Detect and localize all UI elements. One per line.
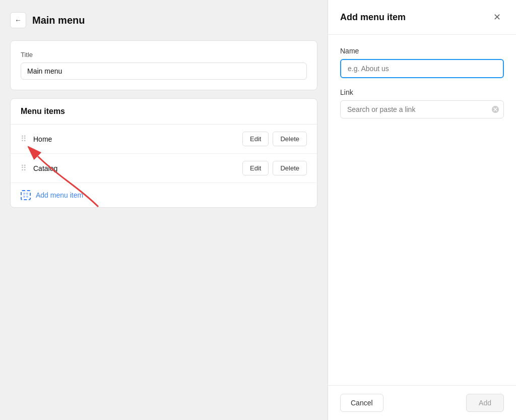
add-menu-item-label: Add menu item xyxy=(36,191,83,199)
name-input[interactable] xyxy=(340,59,504,78)
title-card: Title xyxy=(10,40,317,90)
item-actions: Edit Delete xyxy=(242,161,307,175)
edit-home-button[interactable]: Edit xyxy=(242,132,269,146)
add-menu-item-drawer: Add menu item ✕ Name Link xyxy=(328,0,516,420)
delete-catalog-button[interactable]: Delete xyxy=(273,161,307,175)
menu-items-card: Menu items ⠿ Home Edit Delete ⠿ Catalog … xyxy=(10,98,317,208)
link-label: Link xyxy=(340,88,504,96)
table-row: ⠿ Catalog Edit Delete xyxy=(11,154,317,183)
menu-item-name: Home xyxy=(33,135,242,143)
add-menu-item-icon xyxy=(21,190,31,200)
link-field: Link xyxy=(340,88,504,118)
back-button[interactable]: ← xyxy=(10,12,26,28)
drag-handle-icon[interactable]: ⠿ xyxy=(21,163,26,173)
link-input-wrapper xyxy=(340,100,504,118)
page-header: ← Main menu xyxy=(10,12,317,28)
cancel-button[interactable]: Cancel xyxy=(340,394,383,412)
drawer-footer: Cancel Add xyxy=(328,385,516,420)
page-title: Main menu xyxy=(32,15,85,26)
drawer-header: Add menu item ✕ xyxy=(328,0,516,35)
item-actions: Edit Delete xyxy=(242,132,307,146)
link-input[interactable] xyxy=(341,101,487,118)
drag-handle-icon[interactable]: ⠿ xyxy=(21,134,26,144)
menu-items-title: Menu items xyxy=(21,107,65,115)
svg-rect-1 xyxy=(26,193,28,195)
svg-rect-0 xyxy=(23,193,25,195)
add-menu-item-row[interactable]: Add menu item xyxy=(11,183,317,207)
main-content-panel: ← Main menu Title Menu items ⠿ Home Edit… xyxy=(0,0,328,420)
drawer-title: Add menu item xyxy=(340,12,406,23)
close-drawer-button[interactable]: ✕ xyxy=(490,10,504,24)
menu-item-name: Catalog xyxy=(33,164,242,172)
delete-home-button[interactable]: Delete xyxy=(273,132,307,146)
menu-items-header: Menu items xyxy=(11,99,317,125)
drawer-body: Name Link xyxy=(328,35,516,385)
title-input[interactable] xyxy=(21,63,307,80)
svg-rect-3 xyxy=(26,196,28,198)
name-label: Name xyxy=(340,47,504,55)
add-button[interactable]: Add xyxy=(466,394,504,412)
table-row: ⠿ Home Edit Delete xyxy=(11,125,317,154)
title-label: Title xyxy=(21,51,307,58)
edit-catalog-button[interactable]: Edit xyxy=(242,161,269,175)
svg-rect-2 xyxy=(23,196,25,198)
name-field: Name xyxy=(340,47,504,78)
link-clear-button[interactable] xyxy=(487,101,503,117)
